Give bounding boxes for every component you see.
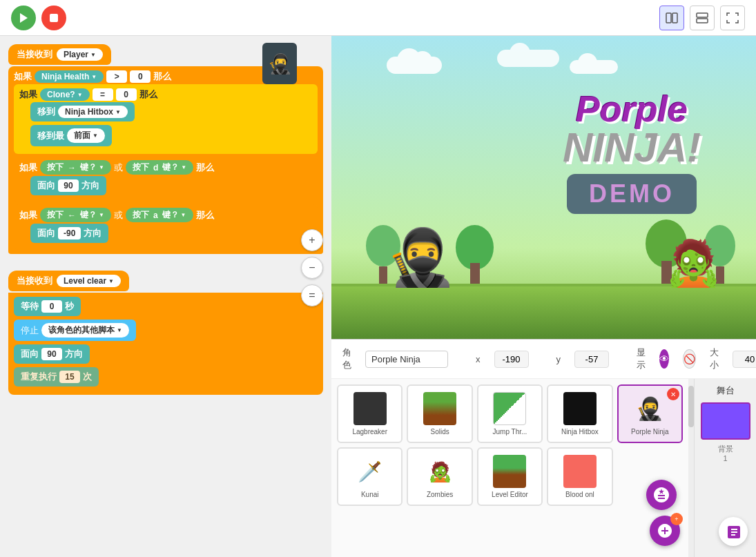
clone-dropdown[interactable]: Clone? bbox=[40, 88, 90, 101]
sprite-wrapper-kunai: 🗡️ Kunai bbox=[337, 447, 403, 506]
press-right-dropdown[interactable]: 按下 → 键？ bbox=[40, 160, 111, 175]
right-area: 🥷 🧟 Porple NINJA! DEMO 角色 x bbox=[331, 36, 756, 557]
x-label: x bbox=[476, 354, 481, 364]
sprite-item-porple-ninja[interactable]: ✕ 🥷 Porple Ninja bbox=[617, 384, 683, 443]
ninja-hitbox-dropdown[interactable]: Ninja Hitbox bbox=[58, 106, 128, 118]
sprite-item-level-editor[interactable]: Level Editor bbox=[477, 447, 543, 506]
if-arrow-block: 如果 按下 → 键？ 或 按下 d 键？ 那么 bbox=[14, 157, 318, 202]
sprite-label-porple-ninja: Porple Ninja bbox=[631, 428, 668, 436]
stage-panel: 舞台 背景 1 bbox=[694, 379, 756, 557]
sprite-thumb-level-editor bbox=[493, 455, 526, 488]
sprite-item-solids[interactable]: Solids bbox=[407, 384, 472, 443]
game-title-porple: Porple bbox=[563, 91, 701, 127]
toolbar-right bbox=[659, 6, 745, 30]
repeat-block-partial[interactable]: 重复执行 15 次 bbox=[14, 367, 99, 387]
sprite-wrapper-lagbreaker: Lagbreaker bbox=[337, 384, 403, 443]
toolbar-left bbox=[11, 6, 66, 30]
sprites-scrollbar[interactable] bbox=[688, 379, 694, 557]
sprite-wrapper-porple-ninja: ✕ 🥷 Porple Ninja bbox=[617, 384, 683, 443]
move-to-block[interactable]: 移到 Ninja Hitbox bbox=[30, 102, 135, 121]
press-a-dropdown[interactable]: 按下 a 键？ bbox=[126, 208, 193, 222]
sprite-wrapper-zombies: 🧟 Zombies bbox=[407, 447, 472, 506]
floating-actions bbox=[646, 480, 677, 510]
add-sprite-area: + bbox=[650, 516, 680, 546]
wait-block[interactable]: 等待 0 秒 bbox=[14, 297, 81, 316]
stop-button[interactable] bbox=[41, 6, 66, 30]
play-button[interactable] bbox=[11, 6, 36, 30]
code-panel[interactable]: 🥷 当接收到 Player 如果 Ninja Health > 0 那么 bbox=[0, 36, 331, 557]
player-dropdown[interactable]: Player bbox=[57, 48, 103, 61]
when-received-block-1[interactable]: 当接收到 Player bbox=[8, 44, 111, 65]
layout-button-2[interactable] bbox=[690, 6, 715, 30]
zoom-controls: + − = bbox=[301, 229, 323, 306]
ninja-health-dropdown[interactable]: Ninja Health bbox=[35, 70, 104, 83]
game-background: 🥷 🧟 Porple NINJA! DEMO bbox=[331, 36, 756, 339]
other-scripts-dropdown[interactable]: 该角色的其他脚本 bbox=[41, 323, 129, 338]
x-value: -190 bbox=[494, 351, 529, 368]
fullscreen-button[interactable] bbox=[720, 6, 745, 30]
sprite-badge: + bbox=[670, 513, 683, 525]
main-area: 🥷 当接收到 Player 如果 Ninja Health > 0 那么 bbox=[0, 36, 756, 557]
zombie-character: 🧟 bbox=[666, 240, 721, 285]
sprite-delete-porple-ninja[interactable]: ✕ bbox=[667, 388, 679, 400]
size-label: 大小 bbox=[710, 346, 719, 371]
y-value: -57 bbox=[574, 351, 609, 368]
zoom-out-button[interactable]: − bbox=[301, 257, 323, 279]
sprite-wrapper-solids: Solids bbox=[407, 384, 472, 443]
svg-rect-4 bbox=[697, 19, 708, 23]
front-dropdown[interactable]: 前面 bbox=[67, 128, 105, 143]
svg-rect-2 bbox=[672, 13, 677, 23]
sprite-item-ninja-hitbox[interactable]: Ninja Hitbox bbox=[547, 384, 612, 443]
show-label: 显示 bbox=[637, 346, 646, 371]
press-left-dropdown[interactable]: 按下 ← 键？ bbox=[40, 208, 111, 222]
sprite-item-lagbreaker[interactable]: Lagbreaker bbox=[337, 384, 403, 443]
sprites-grid-area[interactable]: Lagbreaker Solids Jump Thr... bbox=[331, 379, 688, 557]
when-received-block-2[interactable]: 当接收到 Level clear bbox=[8, 271, 129, 291]
upload-scene-button[interactable] bbox=[719, 517, 748, 546]
sprites-grid: Lagbreaker Solids Jump Thr... bbox=[337, 384, 683, 506]
zoom-in-button[interactable]: + bbox=[301, 229, 323, 251]
cat-sprite-button[interactable] bbox=[646, 480, 677, 510]
svg-marker-0 bbox=[20, 13, 28, 23]
sprite-item-blood-onl[interactable]: Blood onl bbox=[547, 447, 612, 506]
svg-rect-1 bbox=[666, 13, 671, 23]
toolbar bbox=[0, 0, 756, 36]
sprite-item-kunai[interactable]: 🗡️ Kunai bbox=[337, 447, 403, 506]
face-neg90-block[interactable]: 面向 -90 方向 bbox=[30, 224, 108, 243]
face-90-block-2[interactable]: 面向 90 方向 bbox=[14, 344, 90, 364]
sprite-item-zombies[interactable]: 🧟 Zombies bbox=[407, 447, 472, 506]
sprite-label-jump-through: Jump Thr... bbox=[493, 428, 527, 436]
layout-button-1[interactable] bbox=[659, 6, 684, 30]
face-90-block[interactable]: 面向 90 方向 bbox=[30, 176, 106, 195]
ground bbox=[331, 284, 756, 339]
sprite-item-jump-through[interactable]: Jump Thr... bbox=[477, 384, 543, 443]
tree-2 bbox=[456, 225, 494, 287]
sprite-label-solids: Solids bbox=[430, 428, 449, 436]
game-title: Porple NINJA! DEMO bbox=[563, 91, 701, 214]
zoom-fit-button[interactable]: = bbox=[301, 284, 323, 306]
press-d-dropdown[interactable]: 按下 d 键？ bbox=[126, 160, 193, 175]
stage-thumbnail[interactable] bbox=[701, 402, 750, 440]
cloud-3 bbox=[570, 60, 618, 74]
game-demo-badge: DEMO bbox=[567, 174, 697, 214]
hide-eye-button[interactable]: 🚫 bbox=[683, 349, 696, 369]
stop-block[interactable]: 停止 该角色的其他脚本 bbox=[14, 320, 136, 341]
show-eye-button[interactable]: 👁 bbox=[659, 349, 669, 369]
cloud-2 bbox=[497, 50, 559, 67]
if-left-block: 如果 按下 ← 键？ 或 按下 a 键？ 那么 bbox=[14, 204, 318, 250]
sprites-panel: Lagbreaker Solids Jump Thr... bbox=[331, 379, 756, 557]
inner-if-block: 如果 Clone? = 0 那么 移到 Ninja Hitbox bbox=[14, 84, 318, 154]
y-label: y bbox=[556, 354, 561, 364]
block-group-2: 当接收到 Level clear 等待 0 秒 停止 该角色的其他脚本 bbox=[8, 271, 323, 395]
move-front-block[interactable]: 移到最 前面 bbox=[30, 125, 112, 146]
sprite-name-input[interactable] bbox=[365, 351, 448, 368]
sprite-thumb-jump-through bbox=[493, 392, 526, 425]
game-title-ninja: NINJA! bbox=[563, 127, 701, 168]
sprites-scrollbar-thumb bbox=[688, 386, 694, 427]
level-clear-body: 等待 0 秒 停止 该角色的其他脚本 面向 90 方向 bbox=[8, 293, 323, 395]
outer-if-block: 如果 Ninja Health > 0 那么 如果 Clone? = 0 那么 bbox=[8, 66, 323, 254]
sprite-label-lagbreaker: Lagbreaker bbox=[352, 428, 387, 436]
level-clear-dropdown[interactable]: Level clear bbox=[57, 275, 121, 287]
ninja-character: 🥷 bbox=[387, 230, 456, 285]
sprite-wrapper-level-editor: Level Editor bbox=[477, 447, 543, 506]
